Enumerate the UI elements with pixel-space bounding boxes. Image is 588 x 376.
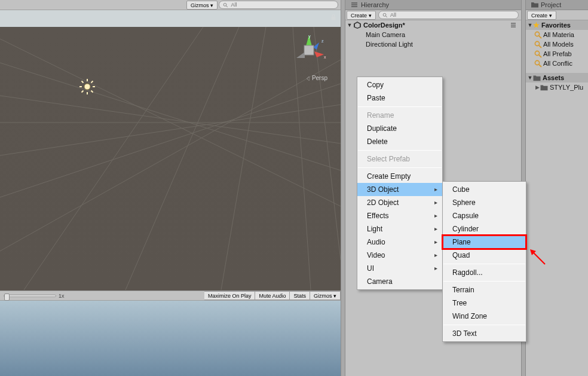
scene-search[interactable] — [219, 1, 338, 9]
svg-marker-26 — [296, 52, 305, 58]
menu-tree[interactable]: Tree — [443, 296, 526, 310]
zoom-slider[interactable] — [4, 295, 56, 297]
favorite-all-prefabs[interactable]: All Prefab — [526, 49, 588, 59]
menu-delete[interactable]: Delete — [357, 135, 442, 148]
menu-separator — [443, 281, 525, 282]
menu-duplicate[interactable]: Duplicate — [357, 122, 442, 135]
hierarchy-toolbar: Create ▾ — [345, 10, 521, 20]
foldout-arrow-icon[interactable]: ▼ — [347, 22, 353, 28]
axis-z-label: z — [321, 39, 324, 43]
scene-menu-icon[interactable] — [509, 21, 517, 29]
scene-search-input[interactable] — [229, 1, 334, 8]
orientation-gizmo[interactable]: y x z — [290, 32, 327, 69]
svg-line-7 — [0, 63, 341, 170]
scene-toolbar: Gizmos ▾ — [0, 0, 341, 10]
menu-create-empty[interactable]: Create Empty — [357, 170, 442, 183]
scene-name: ColorDesign* — [363, 22, 405, 29]
hierarchy-search[interactable] — [378, 11, 519, 19]
menu-copy[interactable]: Copy — [357, 78, 442, 91]
favorite-label: All Materia — [543, 31, 574, 38]
menu-separator — [358, 150, 442, 151]
svg-point-32 — [383, 13, 386, 16]
project-tab[interactable]: Project — [526, 0, 588, 10]
scene-row[interactable]: ▼ ColorDesign* — [345, 20, 521, 30]
project-create-dropdown[interactable]: Create ▾ — [527, 11, 556, 20]
hierarchy-create-dropdown[interactable]: Create ▾ — [347, 11, 376, 20]
menu-sphere[interactable]: Sphere — [443, 196, 526, 209]
favorite-all-conflicts[interactable]: All Conflic — [526, 59, 588, 68]
favorite-all-models[interactable]: All Models — [526, 39, 588, 49]
game-view[interactable] — [0, 301, 341, 376]
menu-camera[interactable]: Camera — [357, 275, 442, 288]
svg-point-15 — [84, 84, 90, 90]
menu-light[interactable]: Light — [357, 222, 442, 236]
svg-line-4 — [0, 105, 341, 155]
menu-terrain[interactable]: Terrain — [443, 283, 526, 296]
game-gizmos-dropdown[interactable]: Gizmos ▾ — [310, 291, 341, 300]
favorites-label: Favorites — [541, 22, 571, 29]
hierarchy-search-input[interactable] — [389, 11, 514, 19]
gizmos-dropdown[interactable]: Gizmos ▾ — [186, 1, 218, 10]
search-filter-icon — [534, 60, 542, 68]
svg-rect-2 — [332, 17, 336, 20]
menu-plane[interactable]: Plane — [443, 236, 526, 249]
svg-point-45 — [535, 60, 539, 65]
menu-paste[interactable]: Paste — [357, 91, 442, 105]
panel-divider-1[interactable] — [341, 0, 345, 376]
menu-ragdoll[interactable]: Ragdoll... — [443, 266, 526, 279]
svg-line-42 — [539, 45, 541, 47]
menu-2d-object[interactable]: 2D Object — [357, 196, 442, 209]
menu-wind-zone[interactable]: Wind Zone — [443, 310, 526, 323]
project-folder[interactable]: ▶ STYLY_Plu — [526, 82, 588, 92]
svg-line-5 — [0, 96, 341, 143]
hierarchy-item-main-camera[interactable]: Main Camera — [345, 30, 521, 39]
menu-3d-text[interactable]: 3D Text — [443, 327, 526, 340]
svg-line-11 — [125, 27, 239, 290]
svg-rect-28 — [304, 45, 314, 55]
hierarchy-context-menu: Copy Paste Rename Duplicate Delete Selec… — [357, 77, 443, 290]
svg-marker-25 — [314, 51, 324, 57]
hierarchy-title: Hierarchy — [361, 1, 389, 8]
stats-toggle[interactable]: Stats — [290, 291, 310, 300]
folder-icon — [531, 1, 539, 9]
menu-select-prefab: Select Prefab — [357, 152, 442, 166]
search-filter-icon — [534, 41, 542, 48]
assets-header[interactable]: ▼ Assets — [526, 73, 588, 82]
maximize-on-play-toggle[interactable]: Maximize On Play — [204, 291, 256, 300]
favorite-label: All Conflic — [543, 60, 572, 67]
zoom-readout: 1x — [59, 293, 71, 299]
menu-effects[interactable]: Effects — [357, 209, 442, 222]
star-icon: ★ — [533, 21, 540, 29]
hierarchy-tab[interactable]: Hierarchy — [345, 0, 521, 10]
project-toolbar: Create ▾ — [526, 10, 588, 20]
menu-3d-object[interactable]: 3D Object — [357, 183, 442, 196]
foldout-arrow-icon[interactable]: ▼ — [527, 22, 533, 28]
lock-icon — [330, 14, 337, 21]
menu-separator — [443, 264, 525, 264]
menu-cylinder[interactable]: Cylinder — [443, 222, 526, 236]
menu-ui[interactable]: UI — [357, 262, 442, 275]
persp-text: Persp — [312, 75, 327, 81]
foldout-arrow-icon[interactable]: ▶ — [534, 84, 540, 90]
svg-line-21 — [91, 91, 93, 93]
favorites-header[interactable]: ▼ ★ Favorites — [526, 20, 588, 30]
scene-view[interactable]: y x z ◁ Persp — [0, 10, 341, 291]
favorite-all-materials[interactable]: All Materia — [526, 30, 588, 39]
menu-capsule[interactable]: Capsule — [443, 209, 526, 222]
folder-icon — [533, 75, 541, 81]
foldout-arrow-icon[interactable]: ▼ — [527, 75, 533, 81]
search-icon — [382, 13, 388, 18]
menu-video[interactable]: Video — [357, 249, 442, 262]
triple-bar-icon — [350, 1, 359, 9]
menu-cube[interactable]: Cube — [443, 183, 526, 196]
svg-line-22 — [91, 81, 93, 83]
project-tree[interactable]: ▼ ★ Favorites All Materia All Models All… — [526, 20, 588, 376]
menu-quad[interactable]: Quad — [443, 249, 526, 262]
projection-label[interactable]: ◁ Persp — [305, 75, 327, 81]
hierarchy-item-directional-light[interactable]: Directional Light — [345, 39, 521, 49]
unity-logo-icon — [353, 21, 362, 29]
mute-audio-toggle[interactable]: Mute Audio — [255, 291, 290, 300]
menu-audio[interactable]: Audio — [357, 236, 442, 249]
svg-line-6 — [0, 84, 341, 197]
game-toolbar: 1x Maximize On Play Mute Audio Stats Giz… — [0, 291, 341, 301]
